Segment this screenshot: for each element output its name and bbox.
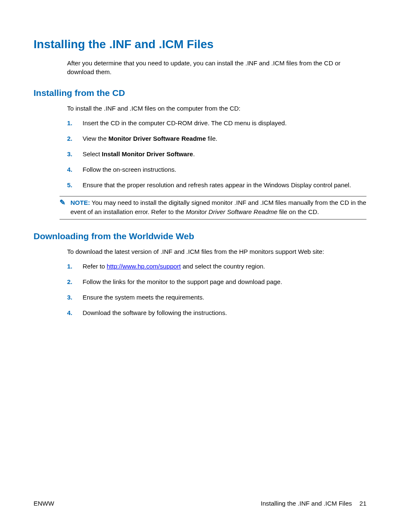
- note-body: NOTE: You may need to install the digita…: [70, 198, 366, 217]
- list-item: Download the software by following the i…: [67, 308, 366, 317]
- section-1-lead: To install the .INF and .ICM files on th…: [67, 104, 366, 113]
- list-item: Select Install Monitor Driver Software.: [67, 150, 366, 158]
- section-1-steps: Insert the CD in the computer CD-ROM dri…: [67, 119, 366, 189]
- step-text: .: [193, 150, 195, 158]
- section-1-heading: Installing from the CD: [34, 88, 366, 98]
- list-item: Follow the links for the monitor to the …: [67, 277, 366, 286]
- footer-right: Installing the .INF and .ICM Files 21: [261, 500, 366, 507]
- step-bold: Monitor Driver Software Readme: [108, 135, 206, 142]
- support-link[interactable]: http://www.hp.com/support: [107, 263, 181, 270]
- list-item: Ensure the system meets the requirements…: [67, 293, 366, 302]
- page-heading-1: Installing the .INF and .ICM Files: [34, 38, 366, 51]
- intro-paragraph: After you determine that you need to upd…: [67, 59, 366, 76]
- step-text: Select: [83, 150, 102, 158]
- step-text: Refer to: [83, 263, 107, 270]
- footer-title: Installing the .INF and .ICM Files: [261, 500, 352, 507]
- list-item: Refer to http://www.hp.com/support and s…: [67, 262, 366, 271]
- page-footer: ENWW Installing the .INF and .ICM Files …: [34, 500, 366, 507]
- list-item: Follow the on-screen instructions.: [67, 165, 366, 174]
- note-text: file on the CD.: [278, 208, 319, 215]
- step-text: and select the country region.: [181, 263, 265, 270]
- section-2-lead: To download the latest version of .INF a…: [67, 247, 366, 256]
- footer-left: ENWW: [34, 500, 54, 507]
- step-text: View the: [83, 135, 108, 142]
- list-item: Insert the CD in the computer CD-ROM dri…: [67, 119, 366, 127]
- section-2-steps: Refer to http://www.hp.com/support and s…: [67, 262, 366, 317]
- step-text: file.: [206, 135, 218, 142]
- list-item: Ensure that the proper resolution and re…: [67, 181, 366, 189]
- section-2-heading: Downloading from the Worldwide Web: [34, 231, 366, 241]
- note-label: NOTE:: [70, 199, 90, 206]
- note-block: ✎ NOTE: You may need to install the digi…: [60, 196, 366, 220]
- note-icon: ✎: [60, 199, 67, 217]
- list-item: View the Monitor Driver Software Readme …: [67, 134, 366, 143]
- step-bold: Install Monitor Driver Software: [102, 150, 193, 158]
- page-number: 21: [359, 500, 366, 507]
- note-italic: Monitor Driver Software Readme: [186, 208, 277, 215]
